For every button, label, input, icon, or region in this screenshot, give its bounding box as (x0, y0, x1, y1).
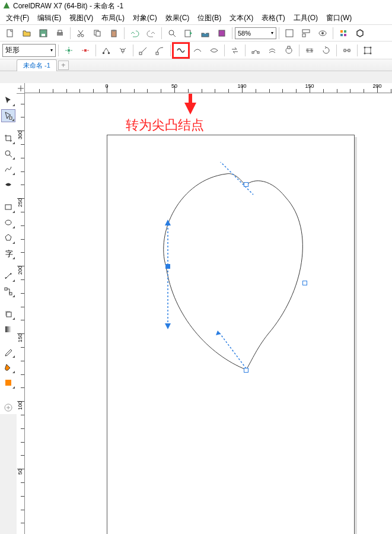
polygon-tool[interactable] (1, 231, 15, 244)
svg-rect-54 (189, 94, 192, 104)
text-tool[interactable]: 字 (1, 247, 15, 260)
svg-rect-0 (7, 30, 12, 37)
symmetric-node-button[interactable] (206, 43, 222, 58)
connector-tool[interactable] (1, 285, 15, 298)
parallel-dimension-tool[interactable] (1, 269, 15, 282)
svg-rect-8 (96, 31, 100, 36)
node-top-cusp[interactable] (244, 182, 248, 187)
svg-point-41 (370, 52, 372, 54)
svg-rect-2 (42, 34, 45, 36)
search-button[interactable] (164, 26, 180, 40)
stretch-scale-button[interactable] (302, 43, 317, 58)
menu-window[interactable]: 窗口(W) (323, 12, 355, 24)
separator (170, 44, 171, 56)
color-eyedropper-tool[interactable] (1, 345, 15, 358)
svg-point-11 (169, 30, 174, 35)
svg-rect-30 (156, 52, 158, 55)
import-button[interactable] (181, 26, 196, 40)
artistic-media-tool[interactable] (1, 178, 15, 191)
smart-fill-tool[interactable] (1, 376, 15, 389)
redo-button[interactable] (144, 26, 159, 40)
separator (224, 44, 225, 56)
rotate-skew-button[interactable] (318, 43, 334, 58)
separator (70, 27, 71, 39)
menu-text[interactable]: 文本(X) (226, 12, 257, 24)
node-left-selected[interactable] (165, 264, 170, 269)
ruler-origin[interactable] (17, 83, 25, 94)
zoom-tool[interactable] (1, 147, 15, 160)
shape-type-select[interactable]: 矩形 (2, 44, 56, 57)
ellipse-tool[interactable] (1, 216, 15, 229)
cusp-node-button[interactable] (173, 43, 189, 58)
document-tab[interactable]: 未命名 -1 (17, 59, 57, 71)
svg-point-43 (5, 151, 10, 155)
drop-shadow-tool[interactable] (1, 307, 15, 320)
smooth-node-button[interactable] (190, 43, 205, 58)
to-line-button[interactable] (136, 43, 151, 58)
join-nodes-button[interactable] (98, 43, 114, 58)
svg-rect-15 (286, 30, 293, 37)
rectangle-tool[interactable] (1, 201, 15, 214)
svg-rect-25 (84, 49, 87, 52)
svg-rect-31 (252, 52, 254, 53)
close-curve-button[interactable] (281, 43, 297, 58)
copy-button[interactable] (90, 26, 105, 40)
menu-layout[interactable]: 布局(L) (98, 12, 128, 24)
svg-rect-27 (108, 52, 110, 54)
shape-tool[interactable] (1, 109, 15, 122)
menu-tools[interactable]: 工具(O) (290, 12, 321, 24)
menu-view[interactable]: 视图(V) (66, 12, 97, 24)
menu-object[interactable]: 对象(C) (129, 12, 161, 24)
align-nodes-button[interactable] (339, 43, 355, 58)
separator (357, 44, 358, 56)
svg-rect-37 (365, 47, 371, 53)
reverse-direction-button[interactable] (227, 43, 243, 58)
show-rulers-button[interactable] (298, 26, 314, 40)
tab-label: 未命名 -1 (23, 62, 50, 69)
to-curve-button[interactable] (152, 43, 168, 58)
node-right[interactable] (302, 281, 307, 285)
new-button[interactable] (2, 26, 18, 40)
menu-table[interactable]: 表格(T) (258, 12, 288, 24)
elastic-mode-button[interactable] (360, 43, 375, 58)
delete-node-button[interactable] (78, 43, 93, 58)
cut-button[interactable] (73, 26, 88, 40)
menu-effects[interactable]: 效果(C) (162, 12, 193, 24)
app-launcher-button[interactable] (352, 26, 368, 40)
separator (124, 27, 125, 39)
print-button[interactable] (52, 26, 68, 40)
preview-button[interactable] (315, 26, 330, 40)
extend-curve-button[interactable] (248, 43, 263, 58)
separator (299, 44, 299, 56)
open-button[interactable] (19, 26, 34, 40)
interactive-fill-tool[interactable] (1, 361, 15, 374)
options-button[interactable] (336, 26, 351, 40)
transparency-tool[interactable] (1, 323, 15, 336)
control-handle[interactable] (164, 220, 172, 329)
add-tab-button[interactable]: + (58, 61, 69, 70)
freehand-tool[interactable] (1, 163, 15, 176)
publish-button[interactable] (214, 26, 230, 40)
quick-customize-button[interactable] (1, 401, 15, 414)
svg-rect-21 (344, 30, 346, 33)
extract-subpath-button[interactable] (264, 43, 280, 58)
menu-edit[interactable]: 编辑(E) (34, 12, 65, 24)
pick-tool[interactable] (1, 94, 15, 107)
svg-rect-12 (185, 30, 190, 37)
add-node-button[interactable] (61, 43, 77, 58)
break-node-button[interactable] (115, 43, 130, 58)
node-bottom[interactable] (244, 368, 248, 373)
save-button[interactable] (36, 26, 51, 40)
menu-file[interactable]: 文件(F) (2, 12, 33, 24)
menu-bitmap[interactable]: 位图(B) (194, 12, 225, 24)
crop-tool[interactable] (1, 132, 15, 145)
svg-rect-29 (139, 52, 142, 55)
zoom-combo[interactable]: 58% (235, 27, 276, 39)
window-title: CorelDRAW X7 (64-Bit) - 未命名 -1 (13, 1, 123, 11)
fullscreen-button[interactable] (282, 26, 297, 40)
svg-rect-20 (340, 30, 343, 33)
undo-button[interactable] (127, 26, 142, 40)
paste-button[interactable] (106, 26, 122, 40)
export-button[interactable] (197, 26, 213, 40)
canvas[interactable]: 转为尖凸结点 (25, 94, 392, 534)
